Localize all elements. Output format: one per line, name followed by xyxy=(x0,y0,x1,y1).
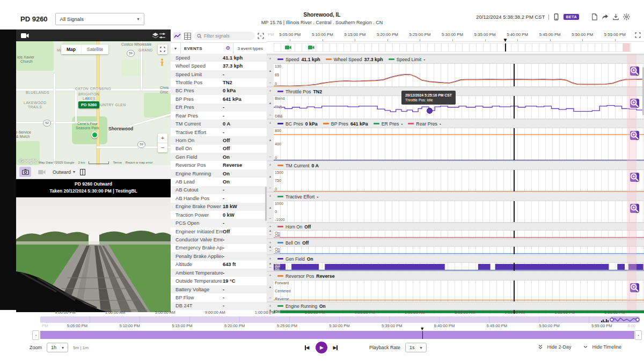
events-gear-icon[interactable]: ⚙ xyxy=(225,46,230,51)
satellite-tab[interactable]: Satellite xyxy=(81,45,108,54)
zoom-presets[interactable]: 5m | 1m xyxy=(73,345,89,350)
camera-event-icon[interactable] xyxy=(308,45,314,50)
report-icon[interactable] xyxy=(591,13,598,20)
timeline-scroll-left-button[interactable]: ◀ xyxy=(32,330,39,340)
gear-icon[interactable] xyxy=(623,13,630,20)
train-marker[interactable]: PD 9260 xyxy=(78,101,99,108)
chart-zoom-icon[interactable] xyxy=(630,283,639,292)
signal-row[interactable]: Rear Pres- xyxy=(171,112,267,120)
table-tab[interactable] xyxy=(184,33,191,40)
signal-row[interactable]: BC Pres0 kPa xyxy=(171,87,267,95)
expand-chart-icon[interactable]: + xyxy=(269,240,271,245)
collapse-chart-icon[interactable]: − xyxy=(269,80,271,85)
signal-row[interactable]: Engine RunningOn xyxy=(171,169,267,178)
signal-row[interactable]: Wheel Speed37.3 kph xyxy=(171,62,267,70)
expand-chart-icon[interactable]: + xyxy=(269,256,271,261)
collapse-chart-icon[interactable]: − xyxy=(269,265,271,270)
signal-row[interactable]: Ambient Temperature- xyxy=(171,269,267,277)
play-button[interactable]: ▶ xyxy=(316,342,327,353)
playhead-line[interactable] xyxy=(514,64,514,86)
camera-image[interactable] xyxy=(16,197,171,312)
event-types-count[interactable]: 3 event types xyxy=(233,43,267,54)
signal-row[interactable]: AB Cutout- xyxy=(171,186,267,194)
signal-row[interactable]: Throttle PosTN2 xyxy=(171,78,267,86)
hide-2day-button[interactable]: Hide 2-Day xyxy=(547,344,571,350)
search-input[interactable]: Filter signals xyxy=(194,32,255,40)
playhead-line[interactable] xyxy=(514,128,514,160)
video-camera-button[interactable] xyxy=(36,167,48,177)
legend-entry[interactable]: Speed Limit- xyxy=(389,57,425,62)
map-canvas[interactable]: Costco WholesaleMATTAIRGRANDicis XavierC… xyxy=(16,41,171,165)
charts-fullscreen-button[interactable] xyxy=(634,32,641,39)
chart-plot-horn[interactable]: OnOff xyxy=(274,230,644,238)
expand-chart-icon[interactable]: + xyxy=(269,162,271,167)
skip-previous-button[interactable]: ◀ xyxy=(305,345,310,350)
map-tab[interactable]: Map xyxy=(61,45,81,54)
layers-icon[interactable] xyxy=(152,32,159,39)
pan-up-icon[interactable]: ▲ xyxy=(269,206,272,209)
chart-zoom-icon[interactable] xyxy=(630,173,639,182)
pan-up-icon[interactable]: ▲ xyxy=(269,175,272,178)
collapse-chart-icon[interactable]: − xyxy=(269,154,271,159)
chart-plot-speed[interactable]: 130650 xyxy=(274,63,644,86)
legend-entry[interactable]: Bell OnOff xyxy=(277,240,309,246)
chart-zoom-icon[interactable] xyxy=(630,204,639,213)
download-icon[interactable] xyxy=(612,13,619,20)
pan-up-icon[interactable]: ▲ xyxy=(269,285,272,289)
expand-chart-icon[interactable]: + xyxy=(269,273,271,278)
signal-row[interactable]: Speed41.1 kph xyxy=(171,54,267,62)
filter-funnel-icon[interactable]: ▼ xyxy=(171,43,181,54)
collapse-chart-icon[interactable]: − xyxy=(269,113,271,117)
legend-entry[interactable]: Horn OnOff xyxy=(277,224,311,230)
signal-row[interactable]: TM Current0 A xyxy=(171,120,267,128)
chart-zoom-icon[interactable] xyxy=(630,99,639,108)
playhead-line[interactable] xyxy=(514,96,514,119)
signal-row[interactable]: Bell OnOff xyxy=(171,145,267,153)
pano-icon[interactable] xyxy=(80,169,85,175)
hide-timeline-button[interactable]: Hide Timeline xyxy=(592,344,621,350)
legend-entry[interactable]: Throttle PosTN2 xyxy=(277,89,322,94)
legend-entry[interactable]: Reversor PosReverse xyxy=(277,274,335,279)
photo-camera-button[interactable] xyxy=(19,167,31,177)
one-hour-timeline[interactable]: ▼ xyxy=(40,331,634,339)
legend-entry[interactable]: BP Pres641 kPa xyxy=(323,121,368,127)
pan-up-icon[interactable]: ▲ xyxy=(269,138,272,142)
signal-row[interactable]: BP Flow- xyxy=(171,293,267,301)
camera-view-select[interactable]: Outward ▾ xyxy=(53,169,75,175)
signal-row[interactable]: DB 24T- xyxy=(171,302,267,310)
pan-up-icon[interactable]: ▲ xyxy=(269,69,272,72)
time-axis[interactable]: PM 5:05:00 PM5:10:00 PM5:15:00 PM5:20:00… xyxy=(267,29,644,42)
legend-entry[interactable]: ER Pres- xyxy=(374,121,403,127)
signal-row[interactable]: Altitude643 ft xyxy=(171,261,267,269)
line-chart-tab[interactable] xyxy=(173,32,181,40)
legend-entry[interactable]: Gen FieldOn xyxy=(277,256,313,262)
two-day-timeline[interactable] xyxy=(40,316,640,323)
signal-row[interactable]: Reversor PosReverse xyxy=(171,161,267,169)
playhead-line[interactable] xyxy=(514,310,514,314)
pegman-icon[interactable] xyxy=(158,57,166,67)
zoom-select[interactable]: 1h ▾ xyxy=(47,343,68,352)
skip-next-button[interactable]: ▶ xyxy=(333,345,338,350)
timeline-scroll-right-button[interactable]: ▶ xyxy=(635,330,642,340)
chart-plot-tractive-effort[interactable]: 10000-1000 xyxy=(274,201,644,222)
chart-plot-bell[interactable]: OnOff xyxy=(274,246,644,254)
chart-zoom-icon[interactable] xyxy=(630,131,639,140)
playhead-line[interactable] xyxy=(514,247,514,254)
collapse-chart-icon[interactable]: − xyxy=(269,248,271,253)
signal-row[interactable]: Conductor Valve Eme...- xyxy=(171,235,267,243)
playhead-line[interactable] xyxy=(505,43,506,51)
legend-entry[interactable]: BC Pres0 kPa xyxy=(277,121,318,127)
signal-row[interactable]: Penalty Brake Applied- xyxy=(171,252,267,260)
pan-up-icon[interactable]: ▲ xyxy=(269,262,272,265)
expand-chart-icon[interactable]: + xyxy=(269,194,271,198)
signal-row[interactable]: Engineer Initiated Em...Off xyxy=(171,227,267,235)
expand-chart-icon[interactable]: + xyxy=(269,304,271,308)
signal-row[interactable]: Outside Temperature19 °C xyxy=(171,277,267,285)
select-range-icon[interactable] xyxy=(258,33,264,39)
chart-plot-gen-field[interactable]: OnOff xyxy=(274,262,644,271)
signal-row[interactable]: Horn OnOff xyxy=(171,136,267,144)
camera-event-icon[interactable] xyxy=(285,45,291,50)
chart-plot-tm-current[interactable]: 15007500 xyxy=(274,169,644,191)
expand-chart-icon[interactable]: + xyxy=(269,121,271,125)
tune-icon[interactable] xyxy=(159,32,166,39)
